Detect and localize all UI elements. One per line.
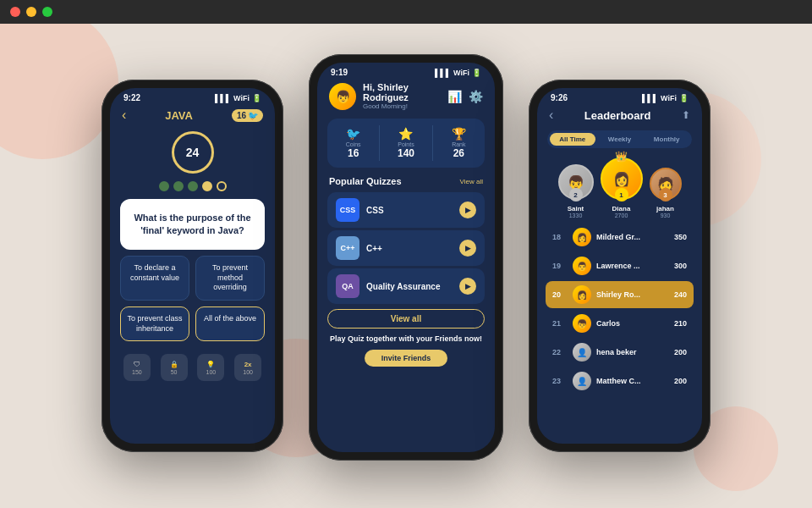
answer-3[interactable]: To prevent class inheritance: [120, 306, 189, 341]
user-avatar: 👦: [329, 83, 356, 110]
wifi-icon: WiFi: [233, 94, 250, 102]
powerup-label: 100: [243, 369, 253, 375]
chart-icon[interactable]: 📊: [447, 90, 462, 103]
battery-icon: 🔋: [472, 69, 481, 77]
play-button[interactable]: ▶: [459, 240, 476, 257]
tab-all-time[interactable]: All Time: [550, 133, 595, 146]
quiz-item-cpp[interactable]: C++ C++ ▶: [327, 230, 485, 266]
podium-name-2: Saint: [558, 205, 594, 213]
podium-2nd: 👦 2 Saint 1330: [558, 164, 594, 218]
powerup-lock[interactable]: 🔒 50: [161, 354, 188, 381]
points-value: 140: [380, 147, 431, 159]
wifi-icon: WiFi: [661, 94, 677, 102]
user-score: 300: [674, 262, 687, 270]
question-text: What is the purpose of the 'final' keywo…: [130, 212, 255, 238]
header-icons: 📊 ⚙️: [447, 90, 483, 103]
phone-home: 9:19 ▌▌▌ WiFi 🔋 👦 Hi, Shirley Rodriguez …: [309, 54, 503, 461]
answers-grid[interactable]: To declare a constant value To prevent m…: [120, 256, 265, 341]
minimize-button[interactable]: [26, 7, 36, 17]
leaderboard-tabs[interactable]: All Time Weekly Monthly: [547, 130, 692, 148]
settings-icon[interactable]: ⚙️: [469, 90, 483, 103]
quiz-title: JAVA: [126, 109, 232, 122]
answer-4[interactable]: All of the above: [195, 306, 265, 341]
home-header: 👦 Hi, Shirley Rodriguez Good Morning! 📊 …: [317, 79, 495, 115]
leaderboard-title: Leaderboard: [553, 109, 682, 122]
greeting-sub: Good Morning!: [363, 102, 447, 110]
answer-2[interactable]: To prevent method overriding: [195, 256, 265, 301]
status-bar: 9:19 ▌▌▌ WiFi 🔋: [317, 63, 495, 79]
coins-value: 16: [327, 147, 379, 159]
section-header: Popular Quizzes View all: [317, 171, 495, 190]
username: Mildred Gr...: [596, 233, 674, 241]
coin-icon: 🐦: [248, 111, 258, 120]
quiz-item-qa[interactable]: QA Quality Assurance ▶: [327, 268, 485, 304]
answer-3-text: To prevent class inheritance: [127, 314, 182, 333]
phone-java-quiz: 9:22 ▌▌▌ WiFi 🔋 ‹ JAVA 16 🐦: [102, 80, 283, 452]
share-icon[interactable]: ⬆: [682, 109, 690, 121]
username: Carlos: [596, 319, 674, 328]
user-score: 350: [674, 233, 687, 241]
quiz-name: CSS: [366, 206, 459, 215]
timer-ring: 24: [172, 131, 214, 174]
phone-shell: 9:26 ▌▌▌ WiFi 🔋 ‹ Leaderboard ⬆ All Time: [529, 80, 710, 452]
stat-points: ⭐ Points 140: [380, 125, 432, 161]
tab-monthly[interactable]: Monthly: [644, 133, 689, 146]
podium-avatar-2: 👦 2: [558, 164, 594, 200]
leaderboard-list: 18 👩 Mildred Gr... 350 19 👨 Lawrence ...…: [537, 222, 702, 398]
user-score: 200: [674, 348, 687, 356]
stats-row: 🐦 Coins 16 ⭐ Points 140 🏆 Rank 26: [327, 119, 485, 168]
powerup-double[interactable]: 2x 100: [234, 354, 261, 381]
progress-dot-3: [188, 181, 198, 191]
points-icon: ⭐: [380, 127, 431, 141]
lock-icon: 🔒: [170, 361, 178, 368]
view-all-link[interactable]: View all: [460, 178, 483, 185]
lb-row-22: 22 👤 hena beker 200: [546, 339, 694, 366]
username: Lawrence ...: [596, 262, 674, 270]
podium-score-2: 1330: [558, 213, 594, 218]
powerup-shield[interactable]: 🛡 150: [123, 354, 151, 381]
maximize-button[interactable]: [42, 7, 52, 17]
view-all-button[interactable]: View all: [327, 309, 485, 329]
greeting-name: Hi, Shirley Rodriguez: [363, 82, 447, 102]
hint-icon: 💡: [206, 361, 215, 368]
progress-dot-4: [202, 181, 212, 191]
signal-icon: ▌▌▌: [435, 69, 451, 77]
podium-avatar-1: 👑 👩 1: [601, 157, 643, 200]
user-score: 210: [674, 319, 687, 328]
invite-button[interactable]: Invite Friends: [365, 350, 448, 367]
podium-avatar-3: 🧑 3: [650, 168, 682, 200]
quiz-item-css[interactable]: CSS CSS ▶: [327, 192, 485, 228]
quiz-name: Quality Assurance: [366, 282, 459, 291]
lb-row-18: 18 👩 Mildred Gr... 350: [546, 224, 694, 251]
answer-1[interactable]: To declare a constant value: [120, 256, 189, 301]
status-icons: ▌▌▌ WiFi 🔋: [642, 94, 689, 102]
username: Matthew C...: [596, 377, 674, 385]
podium-name-3: jahan: [650, 205, 682, 213]
podium-score-1: 2700: [601, 213, 643, 218]
play-button[interactable]: ▶: [459, 278, 476, 295]
rank-num: 21: [552, 319, 568, 328]
tab-weekly[interactable]: Weekly: [597, 133, 643, 146]
user-avatar: 👩: [573, 285, 591, 304]
coins-label: Coins: [327, 141, 379, 147]
podium-name-1: Diana: [601, 205, 643, 213]
answer-1-text: To declare a constant value: [130, 263, 179, 282]
status-icons: ▌▌▌ WiFi 🔋: [435, 69, 481, 77]
phone-screen: 9:22 ▌▌▌ WiFi 🔋 ‹ JAVA 16 🐦: [110, 88, 275, 444]
podium-score-3: 930: [650, 213, 682, 218]
lb-row-20-highlighted: 20 👩 Shirley Ro... 240: [546, 281, 694, 308]
powerup-hint[interactable]: 💡 100: [197, 354, 224, 381]
rank-num: 19: [552, 262, 568, 270]
phone-shell: 9:22 ▌▌▌ WiFi 🔋 ‹ JAVA 16 🐦: [102, 80, 283, 452]
play-button[interactable]: ▶: [459, 202, 476, 218]
powerup-bar: 🛡 150 🔒 50 💡 100 2x 100: [110, 347, 275, 386]
rank-num: 23: [552, 377, 568, 385]
bg-decoration: [0, 7, 118, 159]
signal-icon: ▌▌▌: [215, 94, 231, 102]
shield-icon: 🛡: [134, 361, 140, 368]
battery-icon: 🔋: [679, 94, 689, 102]
user-avatar: 👩: [573, 228, 591, 246]
phone-shell: 9:19 ▌▌▌ WiFi 🔋 👦 Hi, Shirley Rodriguez …: [309, 54, 503, 461]
close-button[interactable]: [10, 7, 20, 17]
phone-screen: 9:19 ▌▌▌ WiFi 🔋 👦 Hi, Shirley Rodriguez …: [317, 63, 495, 452]
